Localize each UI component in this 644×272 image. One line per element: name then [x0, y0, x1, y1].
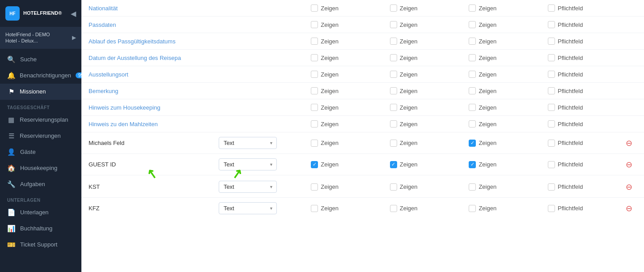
show-checkbox-3[interactable] — [469, 183, 476, 191]
show-checkbox-1[interactable] — [311, 205, 318, 212]
zeigen-label: Zeigen — [321, 140, 339, 146]
type-select[interactable]: TextZahlDatumJa/Nein — [219, 202, 277, 214]
delete-row-button[interactable]: ⊖ — [621, 183, 637, 191]
show-checkbox-1[interactable] — [311, 104, 318, 111]
sidebar-item-aufgaben[interactable]: 🔧 Aufgaben — [0, 176, 81, 192]
pflichtfeld-checkbox[interactable] — [548, 140, 555, 147]
sidebar-item-reservierungen[interactable]: ☰ Reservierungen — [0, 128, 81, 144]
documents-icon: 📄 — [7, 208, 16, 217]
pflichtfeld-checkbox[interactable] — [548, 161, 555, 168]
show-checkbox-3[interactable] — [469, 87, 476, 94]
table-row: Datum der Ausstellung des ReisepaZeigenZ… — [81, 50, 644, 66]
sidebar-item-housekeeping[interactable]: 🏠 Housekeeping — [0, 160, 81, 176]
show-checkbox-3[interactable] — [469, 21, 476, 28]
type-select[interactable]: TextZahlDatumJa/Nein — [219, 158, 277, 170]
zeigen-label: Zeigen — [321, 5, 339, 12]
show-checkbox-2[interactable] — [390, 104, 397, 111]
pflichtfeld-checkbox[interactable] — [548, 87, 555, 94]
delete-row-button[interactable]: ⊖ — [621, 161, 637, 169]
show-checkbox-2[interactable] — [390, 54, 397, 61]
settings-table: NationalitätZeigenZeigenZeigenPflichtfel… — [81, 0, 644, 219]
sidebar-item-missionen[interactable]: ⚑ Missionen — [0, 84, 81, 100]
show-checkbox-3[interactable] — [469, 54, 476, 61]
show-checkbox-2[interactable] — [390, 38, 397, 45]
table-row: PassdatenZeigenZeigenZeigenPflichtfeld — [81, 17, 644, 33]
table-row: Michaels FeldTextZahlDatumJa/NeinZeigenZ… — [81, 132, 644, 154]
table-row: KFZTextZahlDatumJa/NeinZeigenZeigenZeige… — [81, 198, 644, 219]
sidebar-item-suche[interactable]: 🔍 Suche — [0, 51, 81, 68]
missions-icon: ⚑ — [7, 88, 15, 96]
show-checkbox-3[interactable] — [469, 120, 476, 128]
show-checkbox-1[interactable] — [311, 140, 318, 147]
zeigen-label: Zeigen — [321, 71, 339, 78]
field-label: Ablauf des Passgültigkeitsdatums — [89, 38, 175, 45]
show-checkbox-3[interactable] — [469, 38, 476, 45]
show-checkbox-2[interactable]: ✓ — [390, 161, 397, 168]
zeigen-label: Zeigen — [321, 38, 339, 45]
show-checkbox-2[interactable] — [390, 87, 397, 94]
sidebar-item-unterlagen[interactable]: 📄 Unterlagen — [0, 204, 81, 221]
show-checkbox-3[interactable] — [469, 205, 476, 212]
sidebar-item-label: Reservierungsplan — [20, 116, 68, 123]
sidebar-item-ticket-support[interactable]: 🎫 Ticket Support — [0, 237, 81, 253]
zeigen-label: Zeigen — [400, 161, 418, 168]
show-checkbox-3[interactable] — [469, 71, 476, 78]
sidebar-nav: 🔍 Suche 🔔 Benachrichtigungen 99+ ⚑ Missi… — [0, 49, 81, 272]
type-select[interactable]: TextZahlDatumJa/Nein — [219, 181, 277, 193]
show-checkbox-1[interactable] — [311, 87, 318, 94]
show-checkbox-1[interactable] — [311, 183, 318, 191]
pflichtfeld-checkbox[interactable] — [548, 38, 555, 45]
show-checkbox-2[interactable] — [390, 120, 397, 128]
sidebar-item-benachrichtigungen[interactable]: 🔔 Benachrichtigungen 99+ — [0, 68, 81, 84]
ticket-icon: 🎫 — [7, 241, 16, 249]
sidebar-item-gaeste[interactable]: 👤 Gäste — [0, 144, 81, 160]
show-checkbox-3[interactable] — [469, 104, 476, 111]
show-checkbox-1[interactable]: ✓ — [311, 161, 318, 168]
collapse-button[interactable]: ◀ — [71, 9, 76, 18]
delete-row-button[interactable]: ⊖ — [621, 139, 637, 147]
show-checkbox-2[interactable] — [390, 71, 397, 78]
show-checkbox-3[interactable] — [469, 4, 476, 12]
pflichtfeld-checkbox[interactable] — [548, 205, 555, 212]
show-checkbox-1[interactable] — [311, 54, 318, 61]
sidebar-item-label: Reservierungen — [20, 132, 61, 139]
show-checkbox-1[interactable] — [311, 38, 318, 45]
zeigen-label: Zeigen — [400, 71, 418, 78]
sidebar-item-buchhaltung[interactable]: 📊 Buchhaltung — [0, 221, 81, 237]
zeigen-label: Zeigen — [400, 205, 418, 212]
pflichtfeld-label: Pflichtfeld — [558, 88, 583, 94]
show-checkbox-2[interactable] — [390, 183, 397, 191]
hotel-selector[interactable]: HotelFriend - DEMOHotel - Delux... ▶ — [0, 27, 81, 49]
show-checkbox-1[interactable] — [311, 4, 318, 12]
show-checkbox-1[interactable] — [311, 120, 318, 128]
pflichtfeld-checkbox[interactable] — [548, 21, 555, 28]
show-checkbox-3[interactable]: ✓ — [469, 140, 476, 147]
table-row: NationalitätZeigenZeigenZeigenPflichtfel… — [81, 0, 644, 17]
pflichtfeld-checkbox[interactable] — [548, 4, 555, 12]
zeigen-label: Zeigen — [479, 38, 496, 45]
show-checkbox-2[interactable] — [390, 21, 397, 28]
type-select[interactable]: TextZahlDatumJa/Nein — [219, 137, 277, 149]
zeigen-label: Zeigen — [400, 21, 418, 28]
show-checkbox-2[interactable] — [390, 4, 397, 12]
zeigen-label: Zeigen — [479, 21, 496, 28]
show-checkbox-2[interactable] — [390, 205, 397, 212]
pflichtfeld-checkbox[interactable] — [548, 71, 555, 78]
sidebar-item-reservierungsplan[interactable]: ▦ Reservierungsplan — [0, 112, 81, 128]
show-checkbox-2[interactable] — [390, 140, 397, 147]
field-label: KFZ — [89, 205, 100, 212]
pflichtfeld-checkbox[interactable] — [548, 120, 555, 128]
zeigen-label: Zeigen — [400, 183, 418, 190]
field-label: Hinweis zum Housekeeping — [89, 104, 160, 111]
pflichtfeld-checkbox[interactable] — [548, 54, 555, 61]
pflichtfeld-label: Pflichtfeld — [558, 21, 583, 28]
table-row: Hinweis zum HousekeepingZeigenZeigenZeig… — [81, 99, 644, 116]
delete-row-button[interactable]: ⊖ — [621, 204, 637, 212]
show-checkbox-3[interactable]: ✓ — [469, 161, 476, 168]
pflichtfeld-checkbox[interactable] — [548, 183, 555, 191]
pflichtfeld-checkbox[interactable] — [548, 104, 555, 111]
sidebar-item-label: Benachrichtigungen — [20, 72, 71, 79]
field-label: Passdaten — [89, 21, 116, 28]
show-checkbox-1[interactable] — [311, 71, 318, 78]
show-checkbox-1[interactable] — [311, 21, 318, 28]
